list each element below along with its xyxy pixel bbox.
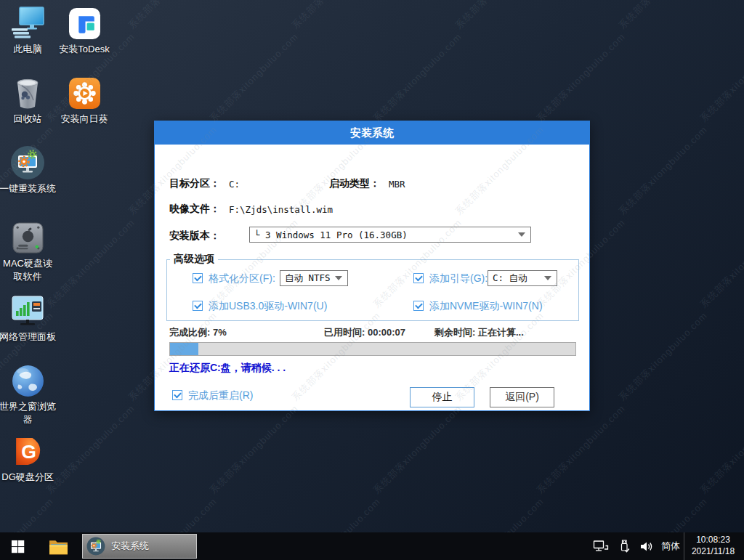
add-boot-checkbox[interactable] xyxy=(413,273,424,283)
desktop-icon-label: 安装向日葵 xyxy=(61,113,108,126)
taskbar-running-app[interactable]: 安装系统 xyxy=(82,534,197,559)
desktop-icon-install-sunflower[interactable]: 安装向日葵 xyxy=(53,76,116,126)
progress-bar xyxy=(169,342,576,356)
progress-fill xyxy=(170,343,198,355)
network-icon xyxy=(593,540,609,553)
reinstall-system-icon xyxy=(10,145,45,180)
usb-icon xyxy=(619,540,630,553)
add-boot-label: 添加引导(G): xyxy=(429,272,488,285)
tray-date: 2021/11/18 xyxy=(692,546,735,558)
desktop-icon-label: 此电脑 xyxy=(14,43,42,56)
desktop-icon-this-pc[interactable]: 此电脑 xyxy=(0,6,59,56)
progress-percent-label: 完成比例: 7% xyxy=(169,326,227,339)
windows-logo-icon xyxy=(11,540,25,553)
usb-driver-label: 添加USB3.0驱动-WIN7(U) xyxy=(209,300,327,313)
desktop-icon-label: 回收站 xyxy=(14,113,42,126)
dialog-titlebar[interactable]: 安装系统 xyxy=(155,121,589,145)
reinstall-system-icon xyxy=(86,537,105,556)
target-partition-label: 目标分区： xyxy=(169,177,220,190)
this-pc-icon xyxy=(10,6,45,41)
volume-tray-button[interactable] xyxy=(636,532,657,560)
install-version-select[interactable]: └ 3 Windows 11 Pro (16.30GB) xyxy=(249,227,531,243)
desktop-icon-world-window-browser[interactable]: 世界之窗浏览器 xyxy=(0,363,59,426)
elapsed-time-label: 已用时间: 00:00:07 xyxy=(324,326,405,339)
format-type-value: 自动 NTFS xyxy=(285,272,331,285)
remaining-time-label: 剩余时间: 正在计算... xyxy=(434,326,524,339)
reboot-after-checkbox[interactable] xyxy=(172,390,182,400)
install-version-value: └ 3 Windows 11 Pro (16.30GB) xyxy=(254,230,408,240)
target-partition-value: C: xyxy=(229,179,240,190)
chevron-down-icon xyxy=(518,232,525,237)
ime-indicator[interactable]: 简体 xyxy=(658,532,683,560)
desktop-icon-label: 网络管理面板 xyxy=(0,330,56,344)
install-system-dialog: 安装系统 目标分区： C: 启动类型： MBR 映像文件： F:\Zjds\in… xyxy=(154,121,590,411)
file-explorer-button[interactable] xyxy=(41,532,76,560)
advanced-options-legend: 高级选项 xyxy=(170,253,218,266)
desktop-icon-one-click-reinstall[interactable]: 一键重装系统 xyxy=(0,145,59,195)
desktop-icon-label: 安装ToDesk xyxy=(59,43,109,56)
globe-browser-icon xyxy=(12,363,44,398)
mac-disk-icon xyxy=(12,220,44,255)
format-partition-checkbox[interactable] xyxy=(193,273,203,283)
status-message: 正在还原C:盘，请稍候. . . xyxy=(169,362,286,375)
desktop-icon-install-todesk[interactable]: 安装ToDesk xyxy=(53,6,116,56)
usb-tray-button[interactable] xyxy=(614,532,634,560)
desktop-icon-dg-partition[interactable]: G DG硬盘分区 xyxy=(0,434,59,484)
taskbar: 安装系统 简体 xyxy=(0,532,744,560)
desktop-icon-mac-disk-reader[interactable]: MAC硬盘读取软件 xyxy=(0,220,59,283)
tray-time: 10:08:23 xyxy=(696,535,730,546)
boot-target-value: C: 自动 xyxy=(493,272,527,285)
boot-type-value: MBR xyxy=(389,179,405,190)
format-type-select[interactable]: 自动 NTFS xyxy=(280,270,348,286)
start-button[interactable] xyxy=(0,532,35,560)
reboot-after-label: 完成后重启(R) xyxy=(188,389,253,402)
advanced-options-group: 高级选项 格式化分区(F): 自动 NTFS 添加引导(G): C: 自动 添加… xyxy=(166,259,579,321)
image-file-label: 映像文件： xyxy=(169,203,220,216)
recycle-bin-icon xyxy=(12,76,44,110)
desktop-icon-label: 世界之窗浏览器 xyxy=(0,400,57,426)
format-partition-label: 格式化分区(F): xyxy=(209,272,275,285)
network-panel-icon xyxy=(11,293,44,328)
dialog-body: 目标分区： C: 启动类型： MBR 映像文件： F:\Zjds\install… xyxy=(155,145,589,410)
boot-type-label: 启动类型： xyxy=(329,177,380,190)
taskbar-app-title: 安装系统 xyxy=(111,540,149,553)
desktop-icon-network-panel[interactable]: 网络管理面板 xyxy=(0,293,59,344)
usb-driver-checkbox[interactable] xyxy=(193,301,203,311)
sunflower-icon xyxy=(68,76,101,110)
nvme-driver-checkbox[interactable] xyxy=(413,301,424,311)
back-button[interactable]: 返回(P) xyxy=(490,387,554,407)
nvme-driver-label: 添加NVME驱动-WIN7(N) xyxy=(429,300,543,313)
image-file-value: F:\Zjds\install.wim xyxy=(229,204,333,215)
network-tray-button[interactable] xyxy=(590,532,612,560)
boot-target-select[interactable]: C: 自动 xyxy=(488,270,557,286)
desktop-icon-label: 一键重装系统 xyxy=(0,182,56,195)
chevron-down-icon xyxy=(544,276,551,280)
desktop-icon-recycle-bin[interactable]: 回收站 xyxy=(0,76,59,126)
diskgenius-icon: G xyxy=(12,434,44,468)
svg-text:G: G xyxy=(21,440,36,462)
stop-button[interactable]: 停止 xyxy=(410,387,474,407)
speaker-icon xyxy=(640,540,653,553)
clock[interactable]: 10:08:23 2021/11/18 xyxy=(684,532,742,560)
install-version-label: 安装版本： xyxy=(169,230,220,243)
todesk-icon xyxy=(68,6,101,41)
desktop-icon-label: DG硬盘分区 xyxy=(1,471,54,484)
desktop-icon-label: MAC硬盘读取软件 xyxy=(0,257,57,283)
dialog-title: 安装系统 xyxy=(350,126,394,140)
folder-icon xyxy=(49,538,68,555)
ime-label: 简体 xyxy=(661,540,680,553)
chevron-down-icon xyxy=(335,276,342,280)
